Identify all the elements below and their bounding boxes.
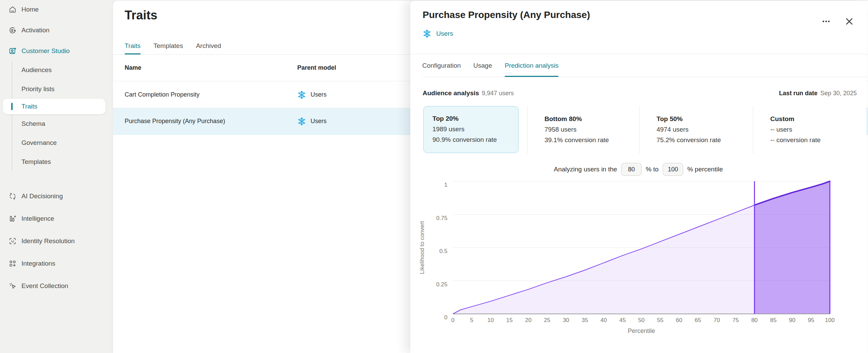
sidebar-item-label: Home <box>21 6 39 13</box>
svg-text:60: 60 <box>676 317 682 323</box>
integrations-icon <box>9 259 17 268</box>
sidebar-item-customer-studio[interactable]: Customer Studio <box>0 41 113 61</box>
parent-model-name: Users <box>311 91 327 98</box>
snowflake-icon <box>297 90 306 99</box>
sidebar-item-identity-resolution[interactable]: Identity Resolution <box>0 232 113 251</box>
more-actions-button[interactable] <box>819 16 834 28</box>
sidebar-item-label: Templates <box>21 158 51 166</box>
trait-name: Purchase Propensity (Any Purchase) <box>125 118 297 125</box>
sidebar-item-label: Customer Studio <box>21 47 70 55</box>
tab-traits[interactable]: Traits <box>125 37 141 54</box>
main-tabs: TraitsTemplatesArchived <box>125 37 221 54</box>
sidebar-item-label: Governance <box>21 139 57 147</box>
svg-text:0: 0 <box>451 317 454 323</box>
panel-tab-usage[interactable]: Usage <box>473 54 492 77</box>
customer-studio-subnav: AudiencesPriority listsTraitsSchemaGover… <box>0 61 113 171</box>
last-run-date: Last run dateSep 30, 2025 <box>779 90 857 97</box>
sidebar-item-templates[interactable]: Templates <box>0 152 113 171</box>
segment-label: Custom <box>770 114 867 124</box>
segment-conversion: -- conversion rate <box>770 135 867 145</box>
sidebar-item-label: Integrations <box>21 260 55 267</box>
panel-title: Purchase Propensity (Any Purchase) <box>423 10 590 20</box>
sidebar-item-event-collection[interactable]: Event Collection <box>0 276 113 296</box>
svg-text:40: 40 <box>600 317 607 323</box>
sidebar-item-integrations[interactable]: Integrations <box>0 254 113 273</box>
segment-bottom-80-[interactable]: Bottom 80%7958 users39.1% conversion rat… <box>527 106 639 154</box>
sidebar-item-schema[interactable]: Schema <box>0 114 113 133</box>
tab-templates[interactable]: Templates <box>154 37 183 54</box>
sidebar-item-activation[interactable]: Activation <box>0 21 113 40</box>
sidebar-item-label: Audiences <box>21 66 52 74</box>
sidebar-item-label: Schema <box>21 120 45 128</box>
svg-text:80: 80 <box>751 317 758 323</box>
sidebar-item-audiences[interactable]: Audiences <box>0 61 113 80</box>
sidebar-item-label: Identity Resolution <box>21 237 75 245</box>
x-axis-label: Percentile <box>628 327 655 334</box>
panel-tabs: ConfigurationUsagePrediction analysis <box>422 54 866 77</box>
sidebar-item-traits[interactable]: Traits <box>3 99 106 114</box>
svg-text:25: 25 <box>544 317 550 323</box>
sidebar-item-governance[interactable]: Governance <box>0 133 113 152</box>
percentile-suffix: % percentile <box>687 166 723 173</box>
segment-selected-card[interactable]: Top 20%1989 users90.9% conversion rate <box>423 106 519 153</box>
customer-studio-icon <box>9 47 17 55</box>
activation-icon <box>9 26 17 34</box>
parent-model-link[interactable]: Users <box>423 29 453 38</box>
y-axis-label: Likelihood to convert <box>419 221 425 274</box>
sidebar-item-label: Intelligence <box>21 215 54 222</box>
svg-text:75: 75 <box>732 317 739 323</box>
svg-text:55: 55 <box>657 317 663 323</box>
sidebar-item-label: Event Collection <box>21 282 68 290</box>
snowflake-icon <box>423 29 431 38</box>
panel-tab-configuration[interactable]: Configuration <box>422 54 461 77</box>
sidebar-item-priority-lists[interactable]: Priority lists <box>0 80 113 99</box>
ellipsis-icon <box>822 17 831 27</box>
sidebar-item-intelligence[interactable]: Intelligence <box>0 209 113 228</box>
svg-text:35: 35 <box>582 317 588 323</box>
close-icon <box>845 17 853 27</box>
segment-label: Top 20% <box>432 113 518 124</box>
segment-top-50-[interactable]: Top 50%4974 users75.2% conversion rate <box>639 106 753 154</box>
sidebar: HomeActivationCustomer StudioAudiencesPr… <box>0 0 113 353</box>
svg-text:30: 30 <box>563 317 569 323</box>
likelihood-chart: 00.250.50.751051015202530354045505560657… <box>410 172 866 344</box>
audience-analysis-heading: Audience analysis9,947 users <box>423 89 514 97</box>
trait-name: Cart Completion Propensity <box>125 91 297 98</box>
segment-custom[interactable]: Custom-- users-- conversion rate <box>753 106 867 154</box>
sidebar-item-label: Priority lists <box>21 85 54 93</box>
analysis-summary-row: Audience analysis9,947 users Last run da… <box>423 86 857 100</box>
sidebar-item-label: Traits <box>21 103 37 110</box>
segment-top-20-[interactable]: Top 20%1989 users90.9% conversion rate <box>423 106 527 154</box>
page-title: Traits <box>125 8 157 22</box>
last-run-date-value: Sep 30, 2025 <box>820 90 857 97</box>
parent-model-name: Users <box>311 118 327 125</box>
segment-label: Bottom 80% <box>545 114 639 124</box>
event-collection-icon <box>9 282 17 290</box>
segment-conversion: 90.9% conversion rate <box>432 134 518 145</box>
parent-model-cell: Users <box>297 117 327 126</box>
prediction-chart-svg: 00.250.50.751051015202530354045505560657… <box>410 172 866 344</box>
svg-text:5: 5 <box>470 317 473 323</box>
svg-text:90: 90 <box>789 317 795 323</box>
sidebar-item-home[interactable]: Home <box>0 0 113 19</box>
svg-text:0.75: 0.75 <box>436 215 447 221</box>
segment-users: 7958 users <box>545 124 639 135</box>
sidebar-item-label: Activation <box>21 27 49 34</box>
home-icon <box>9 5 17 14</box>
svg-text:0: 0 <box>444 314 447 321</box>
parent-model-label: Users <box>436 30 453 37</box>
svg-text:100: 100 <box>825 317 835 323</box>
segment-conversion: 75.2% conversion rate <box>657 135 753 145</box>
intelligence-icon <box>9 215 17 223</box>
audience-users-count: 9,947 users <box>482 90 514 97</box>
percentile-prefix: Analyzing users in the <box>554 166 617 173</box>
panel-tab-prediction-analysis[interactable]: Prediction analysis <box>505 54 558 77</box>
tab-archived[interactable]: Archived <box>196 37 221 54</box>
svg-text:70: 70 <box>713 317 720 323</box>
svg-text:15: 15 <box>506 317 513 323</box>
segment-cards: Top 20%1989 users90.9% conversion rateBo… <box>423 106 867 154</box>
sidebar-item-label: AI Decisioning <box>21 192 63 200</box>
sidebar-item-ai-decisioning[interactable]: AI Decisioning <box>0 187 113 206</box>
svg-text:20: 20 <box>525 317 532 323</box>
close-panel-button[interactable] <box>842 16 857 28</box>
